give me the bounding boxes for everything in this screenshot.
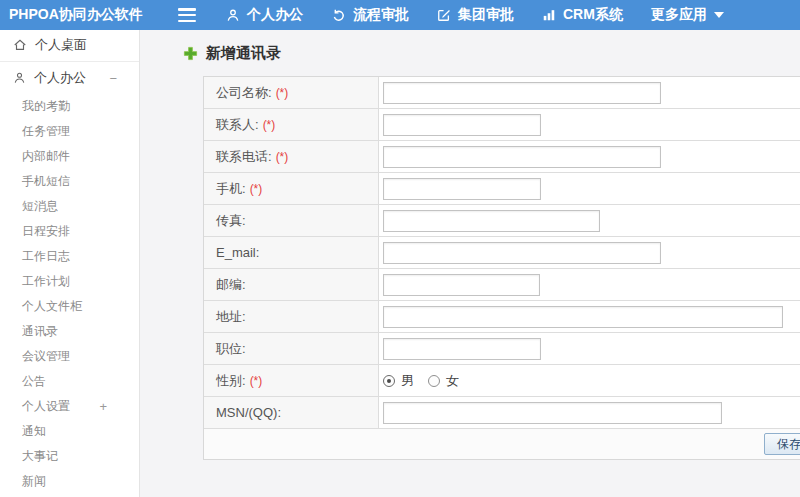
home-icon (13, 38, 27, 52)
field-label-text: 公司名称: (216, 84, 272, 102)
form-row-contact-phone: 联系电话:(*) (204, 141, 800, 173)
nav-item-group-approval[interactable]: 集团审批 (423, 0, 528, 30)
field-label-text: 职位: (216, 340, 246, 358)
field-value-company-name (379, 77, 800, 108)
field-label-fax: 传真: (204, 205, 379, 236)
address-input[interactable] (383, 306, 783, 328)
sidebar-item-memorabilia[interactable]: 大事记 (0, 444, 139, 469)
field-label-text: 联系电话: (216, 148, 272, 166)
sidebar-item-desktop[interactable]: 个人桌面 (0, 30, 139, 60)
form-row-address: 地址: (204, 301, 800, 333)
nav-item-label: 集团审批 (458, 6, 514, 24)
expand-icon[interactable]: + (99, 399, 107, 414)
sidebar-item-address-book[interactable]: 通讯录 (0, 319, 139, 344)
sidebar-item-work-log[interactable]: 工作日志 (0, 244, 139, 269)
sidebar-item-label: 个人设置 (22, 398, 70, 415)
field-value-mobile (379, 173, 800, 204)
form-rows: 公司名称:(*)联系人:(*)联系电话:(*)手机:(*)传真:E_mail:邮… (204, 77, 800, 429)
hamburger-icon[interactable] (178, 8, 196, 22)
sidebar-item-short-message[interactable]: 短消息 (0, 194, 139, 219)
chart-icon (542, 8, 556, 22)
sidebar-item-mobile-sms[interactable]: 手机短信 (0, 169, 139, 194)
nav-item-more-apps[interactable]: 更多应用 (637, 0, 738, 30)
save-button[interactable]: 保存信息 (764, 433, 800, 455)
sidebar-divider (0, 61, 139, 62)
sidebar-item-task-management[interactable]: 任务管理 (0, 119, 139, 144)
sidebar-item-work-plan[interactable]: 工作计划 (0, 269, 139, 294)
sidebar-group-personal-office[interactable]: 个人办公 − (0, 64, 139, 92)
msn-qq-input[interactable] (383, 402, 722, 424)
field-value-position (379, 333, 800, 364)
field-label-gender: 性别:(*) (204, 365, 379, 396)
form-row-msn-qq: MSN/(QQ): (204, 397, 800, 429)
required-mark: (*) (276, 86, 289, 100)
sidebar-item-personal-files[interactable]: 个人文件柜 (0, 294, 139, 319)
contact-form: 公司名称:(*)联系人:(*)联系电话:(*)手机:(*)传真:E_mail:邮… (203, 76, 800, 460)
field-label-text: 性别: (216, 372, 246, 390)
field-label-address: 地址: (204, 301, 379, 332)
sidebar-item-announcement[interactable]: 公告 (0, 369, 139, 394)
sidebar-item-news[interactable]: 新闻 (0, 469, 139, 494)
contact-phone-input[interactable] (383, 146, 661, 168)
field-value-zip-code (379, 269, 800, 300)
sidebar-item-label: 工作日志 (22, 248, 70, 265)
sidebar-menu: 我的考勤任务管理内部邮件手机短信短消息日程安排工作日志工作计划个人文件柜通讯录会… (0, 94, 139, 494)
position-input[interactable] (383, 338, 541, 360)
field-label-text: 联系人: (216, 116, 259, 134)
email-input[interactable] (383, 242, 661, 264)
gender-radio-女[interactable] (428, 375, 440, 387)
process-icon (331, 8, 346, 23)
company-name-input[interactable] (383, 82, 661, 104)
field-label-text: 邮编: (216, 276, 246, 294)
sidebar-item-personal-settings[interactable]: 个人设置+ (0, 394, 139, 419)
page-title: 新增通讯录 (183, 44, 800, 63)
contact-person-input[interactable] (383, 114, 541, 136)
sidebar: 个人桌面 个人办公 − 我的考勤任务管理内部邮件手机短信短消息日程安排工作日志工… (0, 30, 140, 497)
edit-icon (437, 8, 451, 22)
fax-input[interactable] (383, 210, 600, 232)
radio-option-label: 男 (401, 372, 414, 390)
nav-item-label: 流程审批 (353, 6, 409, 24)
gender-radio-男[interactable] (383, 375, 395, 387)
sidebar-item-label: 新闻 (22, 473, 46, 490)
nav-item-process-approval[interactable]: 流程审批 (317, 0, 423, 30)
field-value-address (379, 301, 800, 332)
sidebar-item-my-attendance[interactable]: 我的考勤 (0, 94, 139, 119)
nav-item-personal-office[interactable]: 个人办公 (212, 0, 317, 30)
sidebar-item-notification[interactable]: 通知 (0, 419, 139, 444)
sidebar-item-label: 手机短信 (22, 173, 70, 190)
sidebar-item-label: 通讯录 (22, 323, 58, 340)
field-label-text: 地址: (216, 308, 246, 326)
sidebar-group-label: 个人办公 (34, 69, 86, 87)
sidebar-item-label: 个人桌面 (35, 36, 87, 54)
topbar: PHPOA协同办公软件 个人办公流程审批集团审批CRM系统更多应用 (0, 0, 800, 30)
nav-item-label: 个人办公 (247, 6, 303, 24)
nav-item-label: 更多应用 (651, 6, 707, 24)
sidebar-item-meeting-management[interactable]: 会议管理 (0, 344, 139, 369)
form-row-gender: 性别:(*)男女 (204, 365, 800, 397)
form-row-company-name: 公司名称:(*) (204, 77, 800, 109)
sidebar-item-label: 日程安排 (22, 223, 70, 240)
sidebar-item-schedule[interactable]: 日程安排 (0, 219, 139, 244)
plus-icon (183, 46, 198, 61)
required-mark: (*) (263, 118, 276, 132)
mobile-input[interactable] (383, 178, 541, 200)
sidebar-item-internal-mail[interactable]: 内部邮件 (0, 144, 139, 169)
field-value-fax (379, 205, 800, 236)
required-mark: (*) (250, 182, 263, 196)
field-value-email (379, 237, 800, 268)
field-label-mobile: 手机:(*) (204, 173, 379, 204)
required-mark: (*) (276, 150, 289, 164)
field-label-contact-phone: 联系电话:(*) (204, 141, 379, 172)
form-row-position: 职位: (204, 333, 800, 365)
nav-item-crm-system[interactable]: CRM系统 (528, 0, 637, 30)
field-label-zip-code: 邮编: (204, 269, 379, 300)
sidebar-item-label: 短消息 (22, 198, 58, 215)
page-title-text: 新增通讯录 (206, 44, 281, 63)
field-label-text: MSN/(QQ): (216, 405, 281, 420)
sidebar-item-label: 会议管理 (22, 348, 70, 365)
zip-code-input[interactable] (383, 274, 540, 296)
sidebar-item-label: 公告 (22, 373, 46, 390)
collapse-icon[interactable]: − (109, 71, 117, 86)
field-label-text: 手机: (216, 180, 246, 198)
